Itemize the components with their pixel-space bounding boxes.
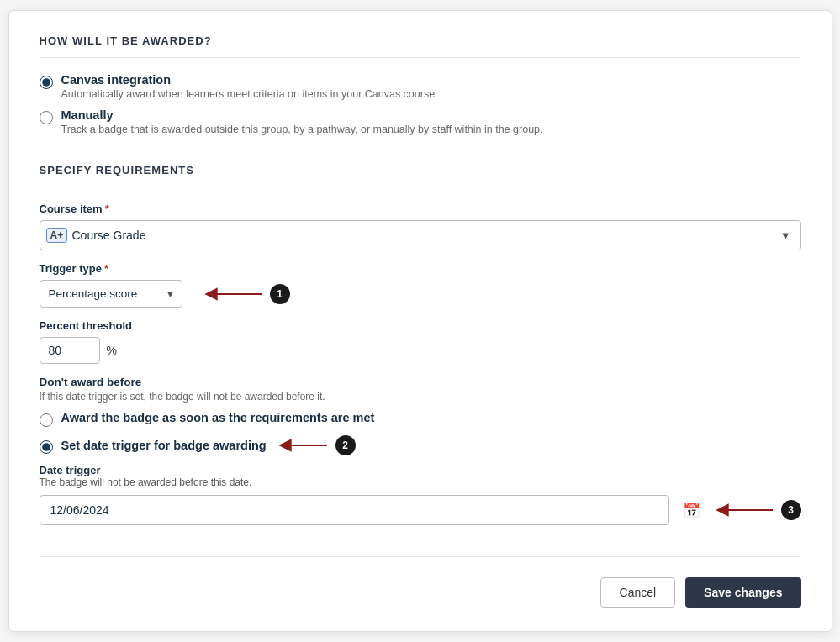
date-trigger-input[interactable] xyxy=(40,495,669,525)
manually-radio[interactable] xyxy=(40,111,53,124)
canvas-integration-option[interactable]: Canvas integration Automatically award w… xyxy=(40,73,801,100)
trigger-type-row: Percentage score Points score Completion… xyxy=(40,280,801,308)
specify-requirements-title: SPECIFY REQUIREMENTS xyxy=(40,164,801,176)
award-asap-radio[interactable] xyxy=(40,413,53,427)
canvas-integration-radio[interactable] xyxy=(40,76,53,89)
required-star-1: * xyxy=(105,203,109,215)
manually-description: Track a badge that is awarded outside th… xyxy=(61,124,543,135)
percent-threshold-input[interactable] xyxy=(40,337,100,364)
date-trigger-description: The badge will not be awarded before thi… xyxy=(40,476,801,488)
arrow-1-svg xyxy=(203,286,270,303)
annotation-arrow-2: 2 xyxy=(277,435,356,455)
section-divider-2 xyxy=(40,187,801,187)
arrow-2-svg xyxy=(277,437,335,454)
cancel-button[interactable]: Cancel xyxy=(600,577,676,608)
award-asap-option[interactable]: Award the badge as soon as the requireme… xyxy=(40,411,801,427)
course-item-wrapper: A+ Course Grade ▼ xyxy=(40,220,801,250)
set-date-trigger-label: Set date trigger for badge awarding xyxy=(61,439,267,452)
specify-requirements-section: SPECIFY REQUIREMENTS Course item* A+ Cou… xyxy=(40,164,801,525)
annotation-arrow-1: 1 xyxy=(203,284,290,304)
trigger-select-wrapper: Percentage score Points score Completion… xyxy=(40,280,182,308)
course-item-label: Course item* xyxy=(40,203,801,215)
dont-award-section: Don't award before If this date trigger … xyxy=(40,376,801,455)
dont-award-title: Don't award before xyxy=(40,376,801,388)
date-trigger-label: Date trigger xyxy=(40,464,801,476)
award-asap-label: Award the badge as soon as the requireme… xyxy=(61,411,375,424)
how-awarded-section: HOW WILL IT BE AWARDED? Canvas integrati… xyxy=(40,34,801,144)
trigger-type-select[interactable]: Percentage score Points score Completion xyxy=(40,280,182,308)
badge-3: 3 xyxy=(781,500,801,520)
dont-award-description: If this date trigger is set, the badge w… xyxy=(40,391,801,403)
date-input-wrapper: 📅 3 xyxy=(40,495,801,525)
date-trigger-section: Date trigger The badge will not be award… xyxy=(40,464,801,525)
section-divider-1 xyxy=(40,57,801,58)
set-date-trigger-option[interactable]: Set date trigger for badge awarding 2 xyxy=(40,435,801,455)
course-item-select[interactable]: Course Grade xyxy=(40,220,801,250)
arrow-3-svg xyxy=(714,502,781,518)
annotation-arrow-3: 3 xyxy=(714,500,801,520)
required-star-2: * xyxy=(104,262,108,275)
manually-label: Manually xyxy=(61,108,543,122)
save-changes-button[interactable]: Save changes xyxy=(685,577,800,608)
badge-2: 2 xyxy=(335,435,356,455)
how-awarded-title: HOW WILL IT BE AWARDED? xyxy=(40,34,801,47)
modal-container: HOW WILL IT BE AWARDED? Canvas integrati… xyxy=(8,10,832,632)
percent-threshold-label: Percent threshold xyxy=(40,319,801,332)
canvas-integration-description: Automatically award when learners meet c… xyxy=(61,88,436,100)
trigger-type-label: Trigger type* xyxy=(40,262,801,275)
percent-threshold-row: % xyxy=(40,337,801,364)
percent-symbol: % xyxy=(107,344,117,357)
award-method-group: Canvas integration Automatically award w… xyxy=(40,73,801,135)
set-date-trigger-radio[interactable] xyxy=(40,440,53,454)
footer: Cancel Save changes xyxy=(40,556,801,608)
canvas-integration-label: Canvas integration xyxy=(61,73,436,87)
badge-1: 1 xyxy=(270,284,290,304)
calendar-icon[interactable]: 📅 xyxy=(683,502,700,519)
manually-option[interactable]: Manually Track a badge that is awarded o… xyxy=(40,108,801,135)
